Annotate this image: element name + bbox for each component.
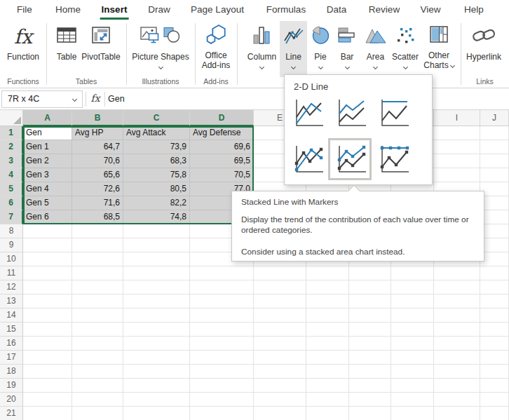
fx-icon[interactable]: fx <box>88 93 102 104</box>
pie-chart-button[interactable]: Pie <box>308 21 332 77</box>
cell-C7[interactable]: 74,8 <box>123 210 190 224</box>
column-chart-button[interactable]: Column <box>245 21 278 77</box>
area-chart-button[interactable]: Area <box>360 21 391 77</box>
row-header-3[interactable]: 3 <box>0 154 23 168</box>
cell-A3[interactable]: Gen 2 <box>23 154 72 168</box>
row-header-4[interactable]: 4 <box>0 168 23 182</box>
row-header-8[interactable]: 8 <box>0 224 23 238</box>
cell-A4[interactable]: Gen 3 <box>23 168 72 182</box>
row-header-5[interactable]: 5 <box>0 182 23 196</box>
column-header-i[interactable]: I <box>434 110 480 126</box>
function-button[interactable]: fx Function <box>3 21 43 77</box>
row-header-6[interactable]: 6 <box>0 196 23 210</box>
menu-tab-page-layout[interactable]: Page Layout <box>189 0 245 20</box>
line-chart-button[interactable]: Line <box>280 21 307 77</box>
picture-shapes-button[interactable]: Picture Shapes <box>130 21 191 77</box>
menu-tab-view[interactable]: View <box>419 0 442 20</box>
row-header-21[interactable]: 21 <box>0 407 23 420</box>
menu-tab-help[interactable]: Help <box>463 0 485 20</box>
cell-B7[interactable]: 68,5 <box>72 210 123 224</box>
chart-option-100-stacked-line[interactable] <box>377 97 411 130</box>
name-box[interactable]: 7R x 4C <box>1 90 83 108</box>
chart-option-line[interactable] <box>292 97 325 130</box>
cell-C1[interactable]: Avg Attack <box>123 126 190 140</box>
cell-A6[interactable]: Gen 5 <box>23 196 72 210</box>
menu-tab-insert[interactable]: Insert <box>100 0 129 20</box>
select-all-triangle-icon <box>13 116 21 124</box>
scatter-chart-button[interactable]: Scatter <box>390 21 421 77</box>
cell-A5[interactable]: Gen 4 <box>23 182 72 196</box>
column-header-d[interactable]: D <box>190 110 254 126</box>
menu-tab-home[interactable]: Home <box>54 0 82 20</box>
cell-D2[interactable]: 69,6 <box>190 140 254 154</box>
cell-B3[interactable]: 70,6 <box>72 154 123 168</box>
select-all-button[interactable] <box>0 110 23 126</box>
row-header-9[interactable]: 9 <box>0 238 23 252</box>
group-separator <box>46 23 47 85</box>
menu-tab-data[interactable]: Data <box>325 0 348 20</box>
cell-B6[interactable]: 71,6 <box>72 196 123 210</box>
row-header-19[interactable]: 19 <box>0 379 23 393</box>
table-button[interactable]: Table <box>52 21 81 77</box>
row-header-11[interactable]: 11 <box>0 266 23 280</box>
row-header-14[interactable]: 14 <box>0 309 23 323</box>
row-header-15[interactable]: 15 <box>0 323 23 337</box>
formula-input[interactable]: Gen <box>108 90 125 108</box>
hyperlink-button[interactable]: Hyperlink <box>461 21 506 77</box>
cell-C5[interactable]: 80,5 <box>123 182 190 196</box>
column-header-j[interactable]: J <box>480 110 509 126</box>
chart-option-stacked-line-with-markers[interactable] <box>334 144 368 176</box>
row-header-20[interactable]: 20 <box>0 393 23 407</box>
cell-B1[interactable]: Avg HP <box>72 126 123 140</box>
column-header-c[interactable]: C <box>123 110 190 126</box>
cell-C4[interactable]: 75,8 <box>123 168 190 182</box>
column-chart-icon <box>252 25 273 48</box>
bar-chart-button[interactable]: Bar <box>334 21 360 77</box>
chevron-down-icon[interactable] <box>72 97 77 102</box>
chart-option-100-stacked-line-with-markers[interactable] <box>377 144 411 176</box>
cell-D1[interactable]: Avg Defense <box>190 126 254 140</box>
row-header-7[interactable]: 7 <box>0 210 23 224</box>
cell-A7[interactable]: Gen 6 <box>23 210 72 224</box>
cell-D3[interactable]: 69,5 <box>190 154 254 168</box>
group-label-links: Links <box>461 77 509 86</box>
shapes-icon <box>163 27 181 46</box>
cell-C3[interactable]: 68,3 <box>123 154 190 168</box>
cell-A1[interactable]: Gen <box>23 126 72 140</box>
chart-option-line-with-markers[interactable] <box>292 144 325 176</box>
row-header-2[interactable]: 2 <box>0 140 23 154</box>
column-header-b[interactable]: B <box>72 110 123 126</box>
cell-B2[interactable]: 64,7 <box>72 140 123 154</box>
cell-B4[interactable]: 65,6 <box>72 168 123 182</box>
menu-tab-review[interactable]: Review <box>367 0 401 20</box>
row-header-17[interactable]: 17 <box>0 351 23 365</box>
other-charts-button[interactable]: Other Charts <box>421 21 457 77</box>
office-addins-icon <box>204 23 228 48</box>
gridline <box>480 126 480 420</box>
row-header-1[interactable]: 1 <box>0 126 23 140</box>
menu-tab-draw[interactable]: Draw <box>147 0 172 20</box>
column-button-label: Column <box>247 52 276 62</box>
name-box-value: 7R x 4C <box>8 94 39 104</box>
cell-A2[interactable]: Gen 1 <box>23 140 72 154</box>
column-header-a[interactable]: A <box>23 110 72 126</box>
cell-D4[interactable]: 70,5 <box>190 168 254 182</box>
group-separator <box>237 23 238 85</box>
pivottable-icon <box>90 25 111 48</box>
cell-C2[interactable]: 73,9 <box>123 140 190 154</box>
chevron-down-icon <box>344 65 349 69</box>
row-header-10[interactable]: 10 <box>0 252 23 266</box>
pivottable-button[interactable]: PivotTable <box>81 21 121 77</box>
cell-C6[interactable]: 82,2 <box>123 196 190 210</box>
other-charts-icon <box>428 25 449 47</box>
row-header-16[interactable]: 16 <box>0 337 23 351</box>
office-addins-button[interactable]: Office Add-ins <box>196 21 236 77</box>
pie-button-label: Pie <box>314 52 326 62</box>
menu-tab-formulas[interactable]: Formulas <box>265 0 307 20</box>
cell-B5[interactable]: 72,6 <box>72 182 123 196</box>
row-header-18[interactable]: 18 <box>0 365 23 379</box>
menu-tab-file[interactable]: File <box>15 0 34 20</box>
chart-option-stacked-line[interactable] <box>334 97 368 130</box>
row-header-12[interactable]: 12 <box>0 280 23 294</box>
row-header-13[interactable]: 13 <box>0 294 23 309</box>
